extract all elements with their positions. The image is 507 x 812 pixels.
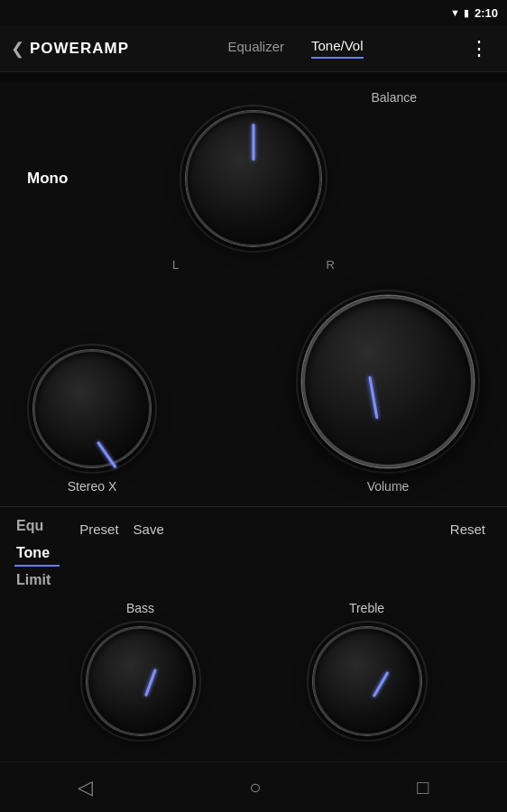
stereo-x-knob[interactable] [33, 350, 151, 467]
balance-knob[interactable] [186, 111, 321, 246]
balance-knob-track[interactable] [180, 105, 327, 253]
stereo-x-label: Stereo X [68, 479, 116, 494]
divider [0, 506, 507, 507]
nav-logo[interactable]: ❮ Poweramp [11, 39, 129, 59]
treble-group: Treble [307, 601, 428, 742]
bass-group: Bass [80, 601, 201, 742]
bass-knob-track[interactable] [80, 621, 201, 742]
status-bar: ▼ ▮ 2:10 [0, 0, 507, 25]
app-logo-text: Poweramp [30, 40, 129, 58]
treble-knob[interactable] [313, 627, 421, 735]
nav-bar: ❮ Poweramp Equalizer Tone/Vol ⋮ [0, 25, 507, 72]
treble-knob-track[interactable] [307, 621, 428, 742]
main-content: Balance Mono L R Stereo X [0, 81, 507, 770]
bass-label: Bass [126, 601, 154, 615]
reset-button[interactable]: Reset [443, 518, 493, 540]
balance-section: Balance Mono L R [0, 81, 507, 272]
battery-icon: ▮ [464, 7, 469, 19]
back-chevron-icon[interactable]: ❮ [11, 39, 24, 59]
tab-control-area: Equ Tone Limit Preset Save Reset [0, 514, 507, 594]
middle-row: Stereo X Volume [0, 281, 507, 494]
preset-button[interactable]: Preset [72, 518, 125, 540]
tab-equalizer[interactable]: Equalizer [227, 39, 284, 58]
tab-tone[interactable]: Tone [14, 541, 60, 567]
right-label: R [327, 258, 335, 272]
volume-group: Volume [296, 290, 480, 494]
tone-knobs-row: Bass Treble [0, 601, 507, 742]
tab-tone-vol[interactable]: Tone/Vol [311, 38, 364, 59]
treble-label: Treble [349, 601, 384, 615]
nav-recents-icon[interactable]: □ [417, 776, 429, 799]
bottom-nav: ◁ ○ □ [0, 761, 507, 812]
stereo-x-knob-track[interactable] [27, 344, 157, 474]
tab-equ[interactable]: Equ [14, 514, 60, 540]
stereo-x-group: Stereo X [27, 344, 157, 494]
lr-labels: L R [172, 258, 335, 272]
left-label: L [172, 258, 179, 272]
balance-row: Mono [0, 105, 507, 253]
nav-tabs: Equalizer Tone/Vol [129, 38, 462, 59]
nav-home-icon[interactable]: ○ [249, 776, 261, 799]
nav-back-icon[interactable]: ◁ [78, 776, 93, 799]
bass-knob[interactable] [87, 627, 195, 735]
more-menu-icon[interactable]: ⋮ [462, 33, 496, 64]
tab-limit[interactable]: Limit [14, 568, 60, 594]
bottom-controls: Preset Save Reset [72, 514, 493, 540]
wifi-icon: ▼ [450, 7, 460, 18]
status-icons: ▼ ▮ [450, 7, 469, 19]
balance-label: Balance [371, 90, 417, 105]
bottom-tab-list: Equ Tone Limit [14, 514, 60, 594]
mono-label: Mono [27, 170, 68, 188]
status-time: 2:10 [475, 6, 498, 20]
volume-label: Volume [367, 479, 410, 494]
save-button[interactable]: Save [126, 518, 171, 540]
volume-knob[interactable] [302, 296, 474, 467]
volume-knob-track[interactable] [296, 290, 480, 474]
